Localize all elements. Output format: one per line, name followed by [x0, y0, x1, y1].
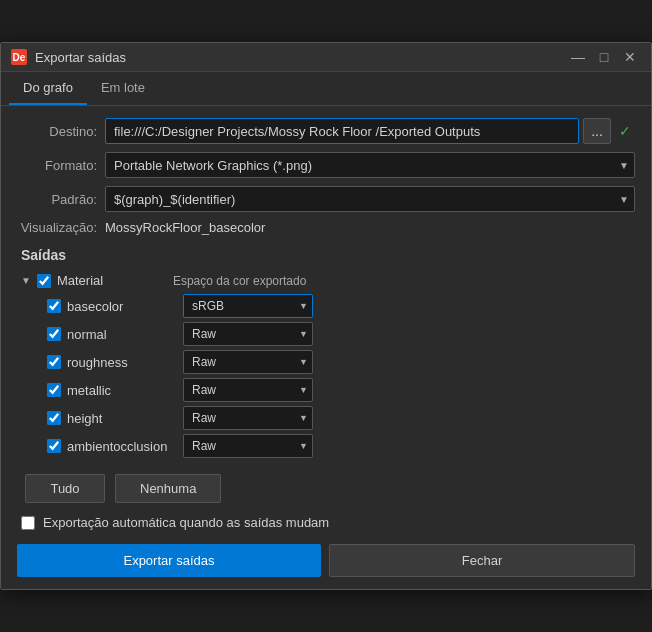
normal-checkbox[interactable] [47, 327, 61, 341]
none-button[interactable]: Nenhuma [115, 474, 221, 503]
destination-input[interactable] [105, 118, 579, 144]
format-select[interactable]: Portable Network Graphics (*.png) [105, 152, 635, 178]
roughness-space-select[interactable]: Raw sRGB Linear [183, 350, 313, 374]
close-dialog-button[interactable]: Fechar [329, 544, 635, 577]
color-space-col-label: Espaço da cor exportado [173, 274, 306, 288]
height-label: height [67, 411, 177, 426]
close-button[interactable]: ✕ [619, 49, 641, 65]
pattern-dropdown-wrap: $(graph)_$(identifier) ▼ [105, 186, 635, 212]
tab-graph[interactable]: Do grafo [9, 72, 87, 105]
auto-export-checkbox[interactable] [21, 516, 35, 530]
ambientocclusion-space-wrap: Raw sRGB Linear ▼ [183, 434, 313, 458]
output-row-ambientocclusion: ambientocclusion Raw sRGB Linear ▼ [47, 434, 635, 458]
format-select-wrap: Portable Network Graphics (*.png) ▼ [105, 152, 635, 178]
destination-label: Destino: [17, 124, 97, 139]
minimize-button[interactable]: — [567, 49, 589, 65]
tab-bar: Do grafo Em lote [1, 72, 651, 106]
basecolor-space-wrap: sRGB Raw Linear ▼ [183, 294, 313, 318]
window-title: Exportar saídas [35, 50, 559, 65]
format-row: Formato: Portable Network Graphics (*.pn… [17, 152, 635, 178]
normal-space-select[interactable]: Raw sRGB Linear [183, 322, 313, 346]
output-row-normal: normal Raw sRGB Linear ▼ [47, 322, 635, 346]
ambientocclusion-checkbox[interactable] [47, 439, 61, 453]
output-row-basecolor: basecolor sRGB Raw Linear ▼ [47, 294, 635, 318]
maximize-button[interactable]: □ [593, 49, 615, 65]
export-button[interactable]: Exportar saídas [17, 544, 321, 577]
format-label: Formato: [17, 158, 97, 173]
ambientocclusion-space-select[interactable]: Raw sRGB Linear [183, 434, 313, 458]
normal-space-wrap: Raw sRGB Linear ▼ [183, 322, 313, 346]
normal-label: normal [67, 327, 177, 342]
pattern-input-wrap: $(graph)_$(identifier) ▼ [105, 186, 635, 212]
pattern-select[interactable]: $(graph)_$(identifier) [105, 186, 635, 212]
preview-label: Visualização: [17, 220, 97, 235]
roughness-checkbox[interactable] [47, 355, 61, 369]
roughness-label: roughness [67, 355, 177, 370]
destination-input-wrap: ... ✓ [105, 118, 635, 144]
destination-row: Destino: ... ✓ [17, 118, 635, 144]
material-name-label: Material [57, 273, 157, 288]
output-rows: basecolor sRGB Raw Linear ▼ normal [17, 294, 635, 458]
auto-export-label: Exportação automática quando as saídas m… [43, 515, 329, 530]
metallic-label: metallic [67, 383, 177, 398]
output-row-metallic: metallic Raw sRGB Linear ▼ [47, 378, 635, 402]
outputs-title: Saídas [21, 247, 635, 263]
preview-row: Visualização: MossyRockFloor_basecolor [17, 220, 635, 235]
height-space-select[interactable]: Raw sRGB Linear [183, 406, 313, 430]
bottom-section: Tudo Nenhuma Exportação automática quand… [17, 474, 635, 577]
tab-batch[interactable]: Em lote [87, 72, 159, 105]
roughness-space-wrap: Raw sRGB Linear ▼ [183, 350, 313, 374]
content-area: Destino: ... ✓ Formato: Portable Network… [1, 106, 651, 589]
action-row: Exportar saídas Fechar [17, 544, 635, 577]
preview-value: MossyRockFloor_basecolor [105, 220, 265, 235]
valid-icon: ✓ [615, 123, 635, 139]
metallic-space-select[interactable]: Raw sRGB Linear [183, 378, 313, 402]
ambientocclusion-label: ambientocclusion [67, 439, 177, 454]
metallic-checkbox[interactable] [47, 383, 61, 397]
all-button[interactable]: Tudo [25, 474, 105, 503]
main-window: De Exportar saídas — □ ✕ Do grafo Em lot… [0, 42, 652, 590]
material-expand-arrow[interactable]: ▼ [21, 275, 31, 286]
basecolor-checkbox[interactable] [47, 299, 61, 313]
window-controls: — □ ✕ [567, 49, 641, 65]
output-row-roughness: roughness Raw sRGB Linear ▼ [47, 350, 635, 374]
pattern-label: Padrão: [17, 192, 97, 207]
height-space-wrap: Raw sRGB Linear ▼ [183, 406, 313, 430]
auto-export-row: Exportação automática quando as saídas m… [17, 515, 635, 530]
basecolor-space-select[interactable]: sRGB Raw Linear [183, 294, 313, 318]
metallic-space-wrap: Raw sRGB Linear ▼ [183, 378, 313, 402]
height-checkbox[interactable] [47, 411, 61, 425]
browse-button[interactable]: ... [583, 118, 611, 144]
title-bar: De Exportar saídas — □ ✕ [1, 43, 651, 72]
basecolor-label: basecolor [67, 299, 177, 314]
output-row-height: height Raw sRGB Linear ▼ [47, 406, 635, 430]
material-checkbox[interactable] [37, 274, 51, 288]
app-icon: De [11, 49, 27, 65]
outputs-section: Saídas ▼ Material Espaço da cor exportad… [17, 247, 635, 458]
pattern-row: Padrão: $(graph)_$(identifier) ▼ [17, 186, 635, 212]
all-none-row: Tudo Nenhuma [17, 474, 635, 503]
format-dropdown-wrap: Portable Network Graphics (*.png) ▼ [105, 152, 635, 178]
